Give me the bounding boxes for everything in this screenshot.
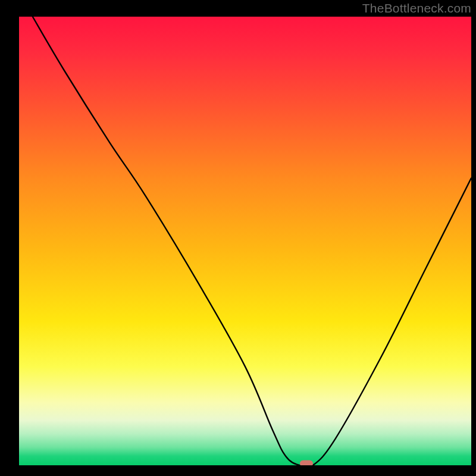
bottleneck-curve-path [33, 17, 471, 465]
plot-area [19, 17, 471, 465]
watermark-text: TheBottleneck.com [362, 1, 471, 15]
optimal-marker-icon [300, 461, 313, 466]
chart-frame: TheBottleneck.com [0, 0, 476, 476]
curve-svg [19, 17, 471, 465]
